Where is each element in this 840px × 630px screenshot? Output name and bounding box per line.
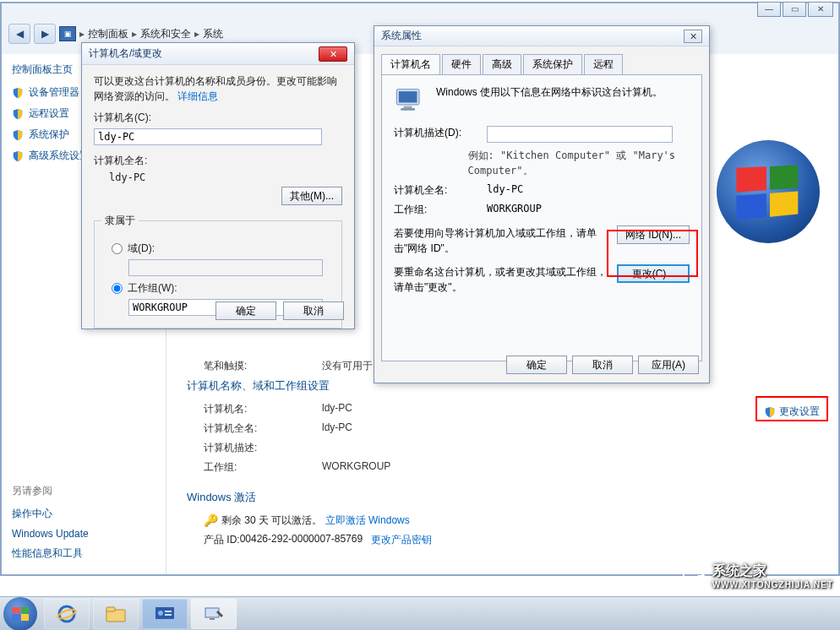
window-minimize-button[interactable]: — (757, 2, 781, 17)
nav-back-button[interactable]: ◀ (8, 24, 30, 44)
svg-rect-13 (210, 618, 215, 620)
shield-icon (12, 129, 24, 141)
dialog1-close-button[interactable]: ✕ (319, 46, 347, 62)
link-change-product-key[interactable]: 更改产品密钥 (371, 533, 432, 547)
computer-name-input[interactable] (94, 128, 322, 145)
tab-advanced[interactable]: 高级 (483, 54, 521, 75)
dialog2-apply-button[interactable]: 应用(A) (638, 356, 699, 374)
computer-icon (394, 85, 428, 116)
taskbar (0, 596, 840, 630)
breadcrumb[interactable]: ▸ 控制面板 ▸ 系统和安全 ▸ 系统 (79, 27, 223, 41)
svg-rect-1 (399, 91, 417, 102)
window-close-button[interactable]: ✕ (808, 2, 833, 17)
other-button[interactable]: 其他(M)... (281, 187, 342, 205)
window-maximize-button[interactable]: ▭ (783, 2, 806, 17)
link-activate-windows[interactable]: 立即激活 Windows (325, 513, 410, 528)
tab-panel-computer-name: Windows 使用以下信息在网络中标识这台计算机。 计算机描述(D): 例如:… (381, 74, 702, 361)
shield-icon (12, 150, 24, 162)
control-panel-icon: ▣ (59, 26, 76, 41)
taskbar-system-button[interactable] (191, 599, 237, 629)
see-also-label: 另请参阅 (12, 484, 155, 498)
svg-rect-14 (684, 568, 703, 581)
shield-icon (12, 87, 24, 99)
svg-rect-11 (165, 614, 172, 616)
dialog2-close-button[interactable]: ✕ (684, 30, 702, 43)
pen-touch-label: 笔和触摸: (204, 359, 322, 373)
tab-hardware[interactable]: 硬件 (442, 54, 481, 75)
svg-rect-10 (165, 611, 172, 612)
section-activation-title: Windows 激活 (187, 490, 818, 505)
dialog-system-properties: 系统属性 ✕ 计算机名 硬件 高级 系统保护 远程 Windows 使用以下信息… (374, 25, 710, 383)
link-performance-info[interactable]: 性能信息和工具 (12, 546, 155, 561)
dialog-rename-computer: 计算机名/域更改 ✕ 可以更改这台计算机的名称和成员身份。更改可能影响网络资源的… (81, 42, 355, 329)
svg-rect-3 (401, 108, 415, 111)
watermark-logo-icon (682, 563, 707, 589)
domain-input (128, 259, 323, 276)
windows-logo-icon (717, 140, 820, 243)
computer-name-label: 计算机名(C): (94, 111, 342, 125)
dialog1-cancel-button[interactable]: 取消 (283, 301, 344, 320)
svg-rect-15 (690, 583, 696, 585)
radio-domain[interactable] (112, 243, 123, 254)
watermark: 系统之家 WWW.XITONGZHIJIA.NET (682, 562, 833, 589)
shield-icon (764, 406, 776, 418)
taskbar-ie-icon[interactable] (44, 599, 90, 629)
svg-point-9 (158, 611, 163, 616)
change-button[interactable]: 更改(C)... (617, 264, 690, 283)
network-id-button[interactable]: 网络 ID(N)... (617, 225, 690, 244)
svg-rect-7 (106, 607, 115, 611)
link-action-center[interactable]: 操作中心 (12, 507, 155, 521)
dialog2-ok-button[interactable]: 确定 (506, 356, 567, 374)
dialog1-ok-button[interactable]: 确定 (215, 301, 276, 320)
breadcrumb-system[interactable]: 系统 (203, 27, 223, 41)
dialog2-titlebar[interactable]: 系统属性 ✕ (374, 26, 709, 46)
dialog2-cancel-button[interactable]: 取消 (572, 356, 633, 374)
start-button[interactable] (3, 597, 37, 631)
computer-full-name-value: ldy-PC (109, 171, 342, 183)
radio-workgroup[interactable] (112, 283, 123, 294)
link-change-settings[interactable]: 更改设置 (764, 405, 820, 419)
breadcrumb-system-security[interactable]: 系统和安全 (140, 27, 191, 41)
dialog1-titlebar[interactable]: 计算机名/域更改 ✕ (82, 43, 354, 65)
shield-icon (12, 108, 24, 120)
taskbar-explorer-icon[interactable] (93, 599, 139, 629)
computer-description-input[interactable] (487, 126, 673, 143)
breadcrumb-control-panel[interactable]: 控制面板 (88, 27, 128, 41)
tab-computer-name[interactable]: 计算机名 (381, 54, 440, 75)
link-details[interactable]: 详细信息 (177, 90, 218, 102)
tab-system-protection[interactable]: 系统保护 (523, 54, 582, 75)
link-windows-update[interactable]: Windows Update (12, 528, 155, 540)
tab-remote[interactable]: 远程 (584, 54, 623, 75)
key-icon: 🔑 (204, 513, 218, 528)
taskbar-control-panel-button[interactable] (142, 599, 188, 629)
nav-forward-button[interactable]: ▶ (34, 24, 56, 44)
svg-rect-2 (404, 106, 412, 109)
